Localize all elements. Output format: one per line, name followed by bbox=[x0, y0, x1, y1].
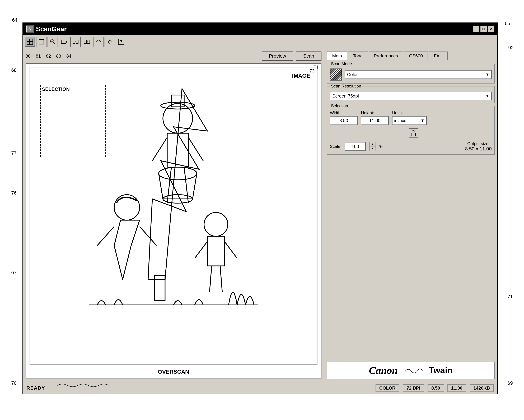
selection-label: SELECTION bbox=[42, 86, 70, 92]
svg-line-42 bbox=[195, 241, 208, 258]
svg-rect-11 bbox=[61, 40, 66, 44]
scan-resolution-value: Screen 75dpi bbox=[332, 93, 359, 99]
toolbar: ? bbox=[23, 35, 497, 49]
ref-92: 92 bbox=[508, 45, 514, 51]
ref-77: 77 bbox=[11, 151, 17, 156]
twain-text: Twain bbox=[429, 365, 453, 375]
app-icon: S bbox=[26, 25, 34, 33]
status-height: 11.00 bbox=[447, 384, 466, 392]
svg-line-38 bbox=[97, 226, 114, 246]
scan-mode-arrow: ▼ bbox=[485, 72, 489, 77]
ref-67: 67 bbox=[11, 270, 17, 275]
svg-marker-25 bbox=[148, 89, 207, 280]
toolbar-help-btn[interactable]: ? bbox=[116, 37, 126, 47]
scan-resolution-dropdown[interactable]: Screen 75dpi ▼ bbox=[330, 92, 492, 100]
units-label: Units: bbox=[392, 110, 427, 115]
toolbar-reset-btn[interactable] bbox=[70, 37, 81, 47]
svg-marker-13 bbox=[66, 41, 67, 43]
toolbar-select-btn[interactable] bbox=[36, 37, 46, 47]
restore-button[interactable]: □ bbox=[480, 26, 487, 32]
minimize-button[interactable]: ─ bbox=[472, 26, 480, 32]
tab-main[interactable]: Main bbox=[327, 52, 347, 60]
tab-cs600[interactable]: CS600 bbox=[404, 52, 428, 60]
width-input[interactable]: 8.50 bbox=[330, 116, 358, 125]
svg-rect-6 bbox=[39, 39, 44, 44]
units-arrow: ▼ bbox=[420, 118, 425, 123]
svg-line-43 bbox=[224, 241, 237, 258]
output-size: Output size: 8.50 x 11.00 bbox=[465, 141, 492, 152]
units-value: inches bbox=[394, 118, 406, 123]
tab-fau[interactable]: FAU bbox=[428, 52, 448, 60]
tabs: Main Tone Preferences CS600 FAU bbox=[327, 52, 495, 60]
svg-text:?: ? bbox=[120, 39, 122, 44]
status-wave bbox=[57, 382, 109, 387]
status-width: 8.50 bbox=[428, 384, 444, 392]
tab-preferences[interactable]: Preferences bbox=[369, 52, 403, 60]
toolbar-zoom-btn[interactable] bbox=[48, 37, 58, 47]
lock-row bbox=[330, 128, 492, 138]
aspect-lock-button[interactable] bbox=[409, 128, 418, 138]
selection-section: Selection Width: 8.50 Height: 11.00 bbox=[327, 106, 495, 155]
right-panel: Main Tone Preferences CS600 FAU Scan Mod… bbox=[324, 49, 497, 382]
scan-resolution-content: Screen 75dpi ▼ bbox=[330, 92, 492, 100]
ref-81-inline: 81 bbox=[36, 54, 41, 59]
svg-line-31 bbox=[167, 167, 171, 203]
scale-input[interactable]: 100 bbox=[345, 142, 366, 151]
scan-resolution-title: Scan Resolution bbox=[330, 84, 362, 89]
numbers-row: 80 81 82 83 84 Preview Scan bbox=[26, 52, 322, 61]
scan-mode-value: Color bbox=[347, 72, 358, 77]
scan-mode-section: Scan Mode bbox=[327, 64, 495, 83]
dimensions-row: Width: 8.50 Height: 11.00 Units: inches … bbox=[330, 110, 492, 125]
output-size-value: 8.50 x 11.00 bbox=[465, 146, 492, 152]
svg-rect-15 bbox=[76, 40, 78, 44]
window-controls: ─ □ ✕ bbox=[472, 26, 495, 32]
status-filesize: 1420KB bbox=[470, 384, 494, 392]
title-bar: S ScanGear ─ □ ✕ bbox=[23, 23, 497, 35]
scan-area: 74 73 IMAGE bbox=[26, 63, 322, 379]
toolbar-grid-btn[interactable] bbox=[25, 37, 35, 47]
height-input[interactable]: 11.00 bbox=[361, 116, 389, 125]
selection-title: Selection bbox=[330, 103, 349, 108]
svg-rect-34 bbox=[171, 95, 184, 107]
scale-spinner[interactable]: ▲ ▼ bbox=[369, 142, 376, 151]
units-group: Units: inches ▼ bbox=[392, 110, 427, 125]
preview-button[interactable]: Preview bbox=[262, 52, 293, 61]
ref-82-inline: 82 bbox=[46, 54, 51, 59]
scan-button[interactable]: Scan bbox=[296, 52, 322, 61]
close-button[interactable]: ✕ bbox=[488, 26, 495, 32]
ref-65: 65 bbox=[505, 21, 510, 26]
svg-text:S: S bbox=[28, 27, 31, 31]
toolbar-rotate-btn[interactable] bbox=[93, 37, 104, 47]
scale-up-btn[interactable]: ▲ bbox=[369, 142, 376, 146]
scan-mode-dropdown[interactable]: Color ▼ bbox=[345, 70, 492, 79]
svg-rect-17 bbox=[84, 40, 87, 44]
toolbar-scanner-btn[interactable] bbox=[59, 37, 69, 47]
height-label: Height: bbox=[361, 110, 389, 115]
title-bar-left: S ScanGear bbox=[26, 25, 67, 33]
ref-80-inline: 80 bbox=[26, 54, 31, 59]
status-dpi: 72 DPI bbox=[403, 384, 424, 392]
tab-tone[interactable]: Tone bbox=[348, 52, 368, 60]
scan-mode-content: Color ▼ bbox=[330, 69, 492, 80]
scale-down-btn[interactable]: ▼ bbox=[369, 146, 376, 151]
svg-rect-50 bbox=[411, 133, 415, 136]
ref-64: 64 bbox=[12, 17, 17, 23]
ref-70: 70 bbox=[11, 380, 17, 386]
status-bar: READY COLOR 72 DPI 8.50 11.00 1420KB bbox=[23, 382, 497, 394]
toolbar-mirror-btn[interactable] bbox=[82, 37, 92, 47]
svg-rect-14 bbox=[73, 40, 75, 44]
svg-line-8 bbox=[53, 43, 55, 44]
app-title-gear: Gear bbox=[52, 26, 67, 33]
toolbar-settings-btn[interactable] bbox=[105, 37, 115, 47]
app-title: ScanGear bbox=[36, 26, 67, 33]
svg-rect-41 bbox=[207, 236, 224, 266]
svg-line-39 bbox=[140, 226, 157, 246]
units-dropdown[interactable]: inches ▼ bbox=[392, 116, 427, 125]
svg-line-30 bbox=[188, 137, 203, 161]
svg-point-35 bbox=[159, 167, 197, 180]
percent-label: % bbox=[379, 144, 383, 149]
preview-scan-buttons: Preview Scan bbox=[262, 52, 322, 61]
scan-resolution-section: Scan Resolution Screen 75dpi ▼ bbox=[327, 86, 495, 103]
svg-point-22 bbox=[108, 40, 111, 43]
ref-73: 73 bbox=[310, 68, 314, 74]
